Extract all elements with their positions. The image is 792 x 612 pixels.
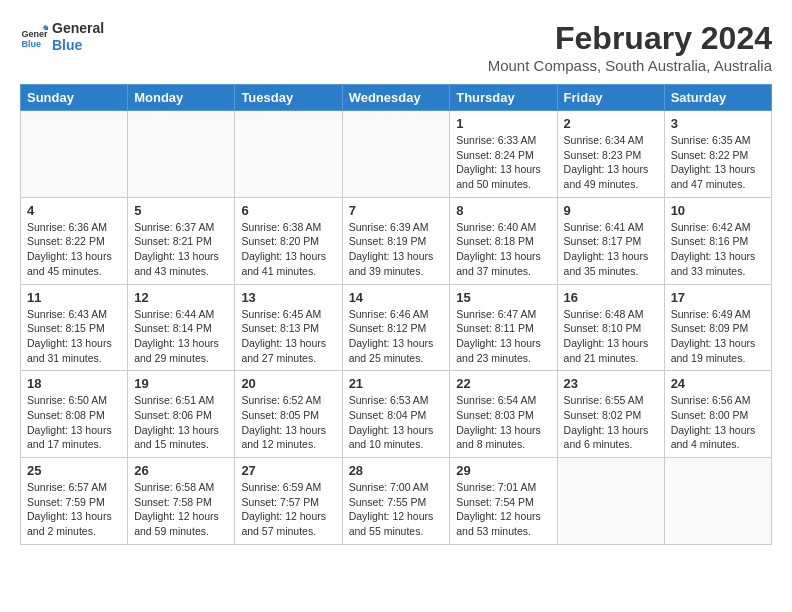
column-header-tuesday: Tuesday — [235, 85, 342, 111]
day-info: Sunrise: 6:36 AM Sunset: 8:22 PM Dayligh… — [27, 220, 121, 279]
day-info: Sunrise: 6:44 AM Sunset: 8:14 PM Dayligh… — [134, 307, 228, 366]
calendar-cell: 16Sunrise: 6:48 AM Sunset: 8:10 PM Dayli… — [557, 284, 664, 371]
day-number: 25 — [27, 463, 121, 478]
calendar-header-row: SundayMondayTuesdayWednesdayThursdayFrid… — [21, 85, 772, 111]
day-info: Sunrise: 6:50 AM Sunset: 8:08 PM Dayligh… — [27, 393, 121, 452]
day-number: 23 — [564, 376, 658, 391]
day-info: Sunrise: 6:34 AM Sunset: 8:23 PM Dayligh… — [564, 133, 658, 192]
day-number: 1 — [456, 116, 550, 131]
calendar-cell: 20Sunrise: 6:52 AM Sunset: 8:05 PM Dayli… — [235, 371, 342, 458]
calendar-cell: 10Sunrise: 6:42 AM Sunset: 8:16 PM Dayli… — [664, 197, 771, 284]
calendar-cell: 4Sunrise: 6:36 AM Sunset: 8:22 PM Daylig… — [21, 197, 128, 284]
column-header-monday: Monday — [128, 85, 235, 111]
calendar-cell: 12Sunrise: 6:44 AM Sunset: 8:14 PM Dayli… — [128, 284, 235, 371]
day-info: Sunrise: 6:45 AM Sunset: 8:13 PM Dayligh… — [241, 307, 335, 366]
day-number: 21 — [349, 376, 444, 391]
logo-icon: General Blue — [20, 23, 48, 51]
day-info: Sunrise: 6:47 AM Sunset: 8:11 PM Dayligh… — [456, 307, 550, 366]
day-info: Sunrise: 6:33 AM Sunset: 8:24 PM Dayligh… — [456, 133, 550, 192]
title-block: February 2024 Mount Compass, South Austr… — [488, 20, 772, 74]
calendar-cell: 3Sunrise: 6:35 AM Sunset: 8:22 PM Daylig… — [664, 111, 771, 198]
main-title: February 2024 — [488, 20, 772, 57]
day-number: 24 — [671, 376, 765, 391]
logo-line1: General — [52, 20, 104, 37]
day-number: 7 — [349, 203, 444, 218]
calendar-table: SundayMondayTuesdayWednesdayThursdayFrid… — [20, 84, 772, 545]
calendar-cell — [664, 458, 771, 545]
calendar-cell: 15Sunrise: 6:47 AM Sunset: 8:11 PM Dayli… — [450, 284, 557, 371]
calendar-cell: 26Sunrise: 6:58 AM Sunset: 7:58 PM Dayli… — [128, 458, 235, 545]
day-info: Sunrise: 6:54 AM Sunset: 8:03 PM Dayligh… — [456, 393, 550, 452]
day-number: 19 — [134, 376, 228, 391]
day-info: Sunrise: 6:35 AM Sunset: 8:22 PM Dayligh… — [671, 133, 765, 192]
calendar-cell: 7Sunrise: 6:39 AM Sunset: 8:19 PM Daylig… — [342, 197, 450, 284]
calendar-cell: 28Sunrise: 7:00 AM Sunset: 7:55 PM Dayli… — [342, 458, 450, 545]
day-info: Sunrise: 6:40 AM Sunset: 8:18 PM Dayligh… — [456, 220, 550, 279]
logo: General Blue General Blue — [20, 20, 104, 54]
day-number: 10 — [671, 203, 765, 218]
calendar-cell: 2Sunrise: 6:34 AM Sunset: 8:23 PM Daylig… — [557, 111, 664, 198]
day-number: 12 — [134, 290, 228, 305]
calendar-cell — [557, 458, 664, 545]
calendar-cell: 11Sunrise: 6:43 AM Sunset: 8:15 PM Dayli… — [21, 284, 128, 371]
calendar-week-5: 25Sunrise: 6:57 AM Sunset: 7:59 PM Dayli… — [21, 458, 772, 545]
day-number: 13 — [241, 290, 335, 305]
day-info: Sunrise: 6:49 AM Sunset: 8:09 PM Dayligh… — [671, 307, 765, 366]
day-info: Sunrise: 6:41 AM Sunset: 8:17 PM Dayligh… — [564, 220, 658, 279]
calendar-cell — [235, 111, 342, 198]
calendar-cell: 29Sunrise: 7:01 AM Sunset: 7:54 PM Dayli… — [450, 458, 557, 545]
day-info: Sunrise: 6:59 AM Sunset: 7:57 PM Dayligh… — [241, 480, 335, 539]
calendar-cell: 27Sunrise: 6:59 AM Sunset: 7:57 PM Dayli… — [235, 458, 342, 545]
calendar-cell: 1Sunrise: 6:33 AM Sunset: 8:24 PM Daylig… — [450, 111, 557, 198]
calendar-cell — [21, 111, 128, 198]
day-info: Sunrise: 6:52 AM Sunset: 8:05 PM Dayligh… — [241, 393, 335, 452]
day-info: Sunrise: 6:53 AM Sunset: 8:04 PM Dayligh… — [349, 393, 444, 452]
day-number: 6 — [241, 203, 335, 218]
day-info: Sunrise: 6:46 AM Sunset: 8:12 PM Dayligh… — [349, 307, 444, 366]
calendar-cell: 5Sunrise: 6:37 AM Sunset: 8:21 PM Daylig… — [128, 197, 235, 284]
day-info: Sunrise: 7:00 AM Sunset: 7:55 PM Dayligh… — [349, 480, 444, 539]
day-info: Sunrise: 6:39 AM Sunset: 8:19 PM Dayligh… — [349, 220, 444, 279]
calendar-week-4: 18Sunrise: 6:50 AM Sunset: 8:08 PM Dayli… — [21, 371, 772, 458]
day-info: Sunrise: 6:42 AM Sunset: 8:16 PM Dayligh… — [671, 220, 765, 279]
day-number: 16 — [564, 290, 658, 305]
calendar-cell: 22Sunrise: 6:54 AM Sunset: 8:03 PM Dayli… — [450, 371, 557, 458]
day-info: Sunrise: 6:58 AM Sunset: 7:58 PM Dayligh… — [134, 480, 228, 539]
calendar-cell: 6Sunrise: 6:38 AM Sunset: 8:20 PM Daylig… — [235, 197, 342, 284]
day-number: 22 — [456, 376, 550, 391]
day-info: Sunrise: 6:55 AM Sunset: 8:02 PM Dayligh… — [564, 393, 658, 452]
calendar-week-2: 4Sunrise: 6:36 AM Sunset: 8:22 PM Daylig… — [21, 197, 772, 284]
column-header-saturday: Saturday — [664, 85, 771, 111]
calendar-cell: 13Sunrise: 6:45 AM Sunset: 8:13 PM Dayli… — [235, 284, 342, 371]
calendar-cell — [128, 111, 235, 198]
day-number: 14 — [349, 290, 444, 305]
day-number: 28 — [349, 463, 444, 478]
calendar-week-1: 1Sunrise: 6:33 AM Sunset: 8:24 PM Daylig… — [21, 111, 772, 198]
calendar-cell: 17Sunrise: 6:49 AM Sunset: 8:09 PM Dayli… — [664, 284, 771, 371]
day-number: 8 — [456, 203, 550, 218]
day-number: 26 — [134, 463, 228, 478]
day-info: Sunrise: 6:48 AM Sunset: 8:10 PM Dayligh… — [564, 307, 658, 366]
calendar-cell: 21Sunrise: 6:53 AM Sunset: 8:04 PM Dayli… — [342, 371, 450, 458]
day-number: 2 — [564, 116, 658, 131]
calendar-cell: 18Sunrise: 6:50 AM Sunset: 8:08 PM Dayli… — [21, 371, 128, 458]
day-number: 15 — [456, 290, 550, 305]
calendar-cell — [342, 111, 450, 198]
logo-line2: Blue — [52, 37, 104, 54]
calendar-cell: 24Sunrise: 6:56 AM Sunset: 8:00 PM Dayli… — [664, 371, 771, 458]
day-number: 11 — [27, 290, 121, 305]
day-number: 4 — [27, 203, 121, 218]
day-number: 27 — [241, 463, 335, 478]
day-info: Sunrise: 6:56 AM Sunset: 8:00 PM Dayligh… — [671, 393, 765, 452]
calendar-cell: 8Sunrise: 6:40 AM Sunset: 8:18 PM Daylig… — [450, 197, 557, 284]
calendar-cell: 23Sunrise: 6:55 AM Sunset: 8:02 PM Dayli… — [557, 371, 664, 458]
svg-text:Blue: Blue — [21, 39, 41, 49]
day-info: Sunrise: 6:43 AM Sunset: 8:15 PM Dayligh… — [27, 307, 121, 366]
svg-text:General: General — [21, 29, 48, 39]
calendar-cell: 19Sunrise: 6:51 AM Sunset: 8:06 PM Dayli… — [128, 371, 235, 458]
day-number: 5 — [134, 203, 228, 218]
day-info: Sunrise: 6:37 AM Sunset: 8:21 PM Dayligh… — [134, 220, 228, 279]
calendar-body: 1Sunrise: 6:33 AM Sunset: 8:24 PM Daylig… — [21, 111, 772, 545]
calendar-week-3: 11Sunrise: 6:43 AM Sunset: 8:15 PM Dayli… — [21, 284, 772, 371]
calendar-cell: 9Sunrise: 6:41 AM Sunset: 8:17 PM Daylig… — [557, 197, 664, 284]
